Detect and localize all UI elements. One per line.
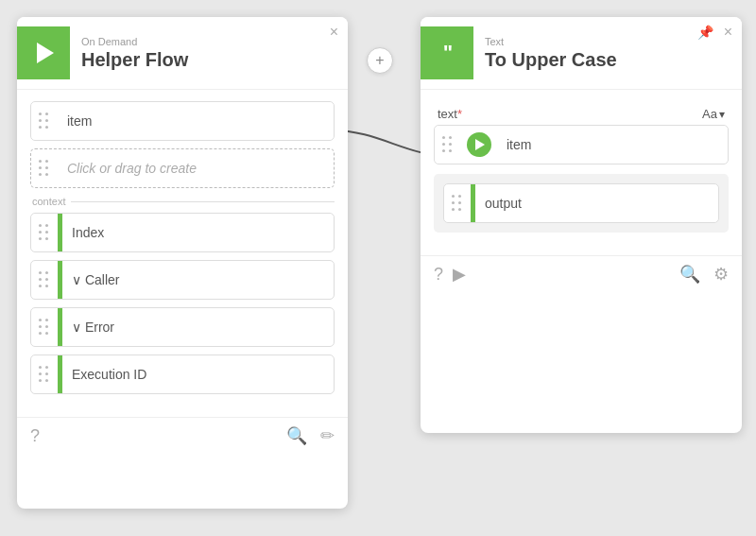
item-field-handle[interactable] bbox=[31, 102, 58, 140]
caller-field[interactable]: ∨ Caller bbox=[30, 260, 335, 300]
create-field-placeholder[interactable]: Click or drag to create bbox=[30, 148, 335, 188]
index-handle[interactable] bbox=[31, 214, 58, 251]
right-play-button[interactable]: ▶ bbox=[453, 264, 466, 285]
output-field[interactable]: output bbox=[443, 183, 719, 223]
right-help-button[interactable]: ? bbox=[434, 265, 443, 285]
text-field-area: text* Aa ▾ bbox=[434, 101, 729, 125]
right-card-subtitle: Text bbox=[485, 36, 617, 47]
right-card-footer: ? ▶ 🔍 ⚙ bbox=[421, 255, 742, 292]
item-field-label: item bbox=[58, 113, 334, 129]
error-label: ∨ Error bbox=[62, 320, 334, 335]
canvas: + On Demand Helper Flow × bbox=[0, 0, 756, 536]
left-card-close-button[interactable]: × bbox=[330, 25, 338, 40]
right-card-body: text* Aa ▾ item bbox=[421, 90, 742, 251]
aa-dropdown-button[interactable]: Aa ▾ bbox=[702, 107, 725, 121]
add-node-button[interactable]: + bbox=[367, 47, 393, 74]
drag-dots bbox=[39, 112, 50, 130]
right-footer-left-icons: ? ▶ bbox=[434, 264, 466, 285]
error-field[interactable]: ∨ Error bbox=[30, 307, 335, 347]
left-footer-right-icons: 🔍 ✏ bbox=[286, 425, 335, 446]
right-settings-button[interactable]: ⚙ bbox=[713, 264, 729, 285]
right-item-handle[interactable] bbox=[435, 126, 461, 164]
left-card-footer: ? 🔍 ✏ bbox=[17, 417, 348, 454]
left-search-button[interactable]: 🔍 bbox=[286, 425, 307, 446]
right-item-label: item bbox=[497, 137, 728, 152]
right-item-field[interactable]: item bbox=[434, 125, 729, 164]
right-card-icon: " bbox=[421, 26, 473, 79]
play-circle-button[interactable] bbox=[467, 132, 491, 157]
right-card-header-text: Text To Upper Case bbox=[473, 36, 617, 71]
left-edit-button[interactable]: ✏ bbox=[320, 425, 335, 446]
drag-dots-placeholder bbox=[39, 160, 50, 178]
required-star: * bbox=[457, 107, 462, 121]
plus-icon: + bbox=[375, 52, 384, 69]
caller-handle[interactable] bbox=[31, 261, 58, 299]
left-card-body: item Click or drag to create context bbox=[17, 90, 348, 413]
error-handle[interactable] bbox=[31, 308, 58, 346]
left-card-header: On Demand Helper Flow × bbox=[17, 17, 348, 90]
index-field[interactable]: Index bbox=[30, 213, 335, 252]
output-handle[interactable] bbox=[444, 184, 471, 222]
text-field-label: text* bbox=[438, 107, 462, 121]
left-card: On Demand Helper Flow × item bbox=[17, 17, 348, 509]
right-footer-right-icons: 🔍 ⚙ bbox=[679, 264, 729, 285]
quote-marks-icon: " bbox=[443, 43, 451, 63]
item-field-row[interactable]: item bbox=[30, 101, 335, 141]
context-section-label: context bbox=[32, 196, 335, 207]
output-section: output bbox=[434, 174, 729, 233]
left-card-title: Helper Flow bbox=[81, 49, 188, 71]
right-search-button[interactable]: 🔍 bbox=[679, 264, 700, 285]
left-help-button[interactable]: ? bbox=[30, 426, 40, 446]
right-card-title: To Upper Case bbox=[485, 49, 617, 71]
execution-id-field[interactable]: Execution ID bbox=[30, 354, 335, 394]
chevron-down-icon: ▾ bbox=[719, 108, 725, 121]
index-label: Index bbox=[62, 225, 334, 240]
placeholder-handle bbox=[31, 149, 58, 187]
execution-id-label: Execution ID bbox=[62, 367, 334, 382]
left-card-icon bbox=[17, 26, 70, 79]
output-field-label: output bbox=[475, 196, 718, 211]
left-card-header-text: On Demand Helper Flow bbox=[70, 36, 188, 71]
caller-label: ∨ Caller bbox=[62, 272, 334, 287]
right-card-close-button[interactable]: × bbox=[724, 25, 732, 40]
right-card-header: " Text To Upper Case 📌 × bbox=[421, 17, 742, 90]
placeholder-label: Click or drag to create bbox=[58, 161, 334, 176]
left-card-subtitle: On Demand bbox=[81, 36, 188, 47]
right-card: " Text To Upper Case 📌 × text* Aa ▾ bbox=[421, 17, 742, 433]
right-card-pin-button[interactable]: 📌 bbox=[697, 25, 713, 40]
mini-play-icon bbox=[475, 139, 485, 150]
execution-id-handle[interactable] bbox=[31, 355, 58, 393]
play-icon bbox=[37, 43, 54, 63]
